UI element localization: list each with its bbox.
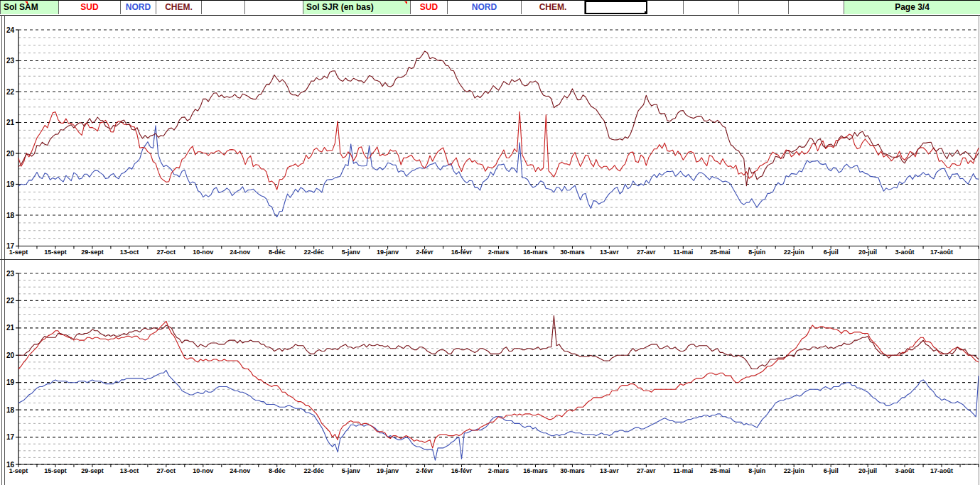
svg-text:18: 18 — [6, 406, 15, 414]
svg-text:8-déc: 8-déc — [269, 249, 286, 256]
series-line-sud — [18, 111, 979, 190]
svg-text:27-oct: 27-oct — [157, 249, 176, 256]
series-line-nord — [18, 126, 979, 217]
cell-sjr-nord[interactable]: NORD — [448, 1, 522, 14]
svg-text:11-mai: 11-mai — [673, 467, 693, 474]
svg-text:27-avr: 27-avr — [637, 467, 656, 474]
cell-page-number[interactable]: Page 3/4 — [844, 1, 980, 14]
svg-text:22: 22 — [6, 88, 15, 96]
svg-text:17: 17 — [6, 433, 15, 441]
svg-text:24: 24 — [6, 26, 15, 34]
cell-sjr-sud[interactable]: SUD — [411, 1, 448, 14]
svg-text:17-août: 17-août — [930, 249, 953, 256]
svg-text:15-sept: 15-sept — [44, 249, 67, 256]
svg-text:5-janv: 5-janv — [342, 467, 360, 474]
cell-empty-2[interactable] — [245, 1, 303, 14]
cell-sam-sud[interactable]: SUD — [59, 1, 121, 14]
cell-empty-3[interactable] — [647, 1, 684, 14]
y-tick-labels: 2423222120191817 — [6, 26, 18, 251]
cell-sjr-chem[interactable]: CHEM. — [522, 1, 585, 14]
svg-text:18: 18 — [6, 212, 15, 219]
header-row: Sol SAM SUD NORD CHEM. Sol SJR (en bas) … — [0, 1, 980, 16]
sam-title-label: Sol SAM — [4, 2, 38, 12]
chart-sol-sam[interactable]: 24232221201918171-sept15-sept29-sept13-o… — [6, 26, 979, 256]
svg-text:8-déc: 8-déc — [269, 467, 286, 474]
svg-text:24-nov: 24-nov — [230, 249, 250, 256]
svg-text:20: 20 — [6, 150, 15, 158]
x-tick-labels: 1-sept15-sept29-sept13-oct27-oct10-nov24… — [9, 464, 979, 474]
svg-text:2-févr: 2-févr — [416, 249, 434, 256]
sud-legend-label: SUD — [420, 2, 438, 12]
svg-text:24-nov: 24-nov — [230, 467, 250, 474]
minor-gridlines — [18, 38, 979, 239]
svg-text:13-avr: 13-avr — [600, 467, 619, 474]
svg-text:30-mars: 30-mars — [560, 249, 585, 256]
cell-sam-title[interactable]: Sol SAM — [0, 1, 59, 14]
svg-text:16-mars: 16-mars — [523, 467, 548, 474]
svg-text:22-juin: 22-juin — [784, 249, 804, 256]
svg-text:29-sept: 29-sept — [81, 249, 104, 256]
svg-text:6-juil: 6-juil — [824, 467, 839, 474]
nord-legend-label: NORD — [126, 2, 151, 12]
svg-text:27-avr: 27-avr — [637, 249, 656, 256]
svg-text:25-mai: 25-mai — [710, 467, 731, 474]
chem-legend-label: CHEM. — [539, 2, 567, 12]
svg-text:8-juin: 8-juin — [748, 249, 765, 256]
svg-text:8-juin: 8-juin — [748, 467, 765, 474]
svg-text:22-déc: 22-déc — [303, 249, 324, 256]
svg-text:2-févr: 2-févr — [416, 467, 434, 474]
svg-text:30-mars: 30-mars — [560, 467, 585, 474]
cell-empty-5[interactable] — [739, 1, 789, 14]
comment-marker-icon — [404, 1, 407, 4]
svg-text:13-avr: 13-avr — [600, 249, 619, 256]
svg-text:5-janv: 5-janv — [342, 249, 360, 256]
cell-sjr-title[interactable]: Sol SJR (en bas) — [303, 1, 411, 14]
svg-text:15-sept: 15-sept — [44, 467, 67, 474]
comment-marker-icon — [25, 1, 28, 4]
svg-text:16-févr: 16-févr — [451, 467, 473, 474]
y-tick-labels: 2322212019181716 — [6, 270, 18, 469]
svg-text:20: 20 — [6, 352, 15, 359]
x-tick-labels: 1-sept15-sept29-sept13-oct27-oct10-nov24… — [9, 246, 979, 256]
svg-text:16-févr: 16-févr — [451, 249, 473, 256]
svg-text:20-juil: 20-juil — [858, 249, 877, 256]
svg-text:2-mars: 2-mars — [488, 249, 510, 256]
svg-text:22-juin: 22-juin — [784, 467, 804, 474]
svg-text:6-juil: 6-juil — [824, 249, 839, 256]
svg-text:3-août: 3-août — [895, 249, 915, 256]
svg-text:22: 22 — [6, 297, 15, 305]
cell-empty-4[interactable] — [684, 1, 739, 14]
svg-text:21: 21 — [6, 119, 15, 126]
svg-text:29-sept: 29-sept — [81, 467, 104, 474]
svg-text:16-mars: 16-mars — [523, 249, 548, 256]
nord-legend-label: NORD — [472, 2, 497, 12]
svg-text:13-oct: 13-oct — [120, 249, 139, 256]
sud-legend-label: SUD — [80, 2, 98, 12]
svg-text:1-sept: 1-sept — [9, 249, 28, 256]
series-line-nord — [18, 370, 979, 460]
chart-sol-sjr[interactable]: 23222120191817161-sept15-sept29-sept13-o… — [6, 270, 979, 475]
sjr-title-label: Sol SJR (en bas) — [306, 2, 374, 12]
series-line-chem — [18, 316, 979, 369]
svg-text:2-mars: 2-mars — [488, 467, 510, 474]
charts-canvas[interactable]: 24232221201918171-sept15-sept29-sept13-o… — [0, 15, 980, 485]
svg-text:22-déc: 22-déc — [303, 467, 324, 474]
series-line-sud — [18, 321, 979, 448]
svg-text:21: 21 — [6, 324, 15, 332]
svg-text:11-mai: 11-mai — [673, 249, 693, 256]
worksheet-page: Sol SAM SUD NORD CHEM. Sol SJR (en bas) … — [0, 0, 980, 485]
svg-text:10-nov: 10-nov — [193, 249, 213, 256]
svg-text:27-oct: 27-oct — [157, 467, 176, 474]
svg-text:17-août: 17-août — [930, 467, 953, 474]
chem-legend-label: CHEM. — [165, 2, 193, 12]
cell-sam-chem[interactable]: CHEM. — [156, 1, 202, 14]
cell-sam-nord[interactable]: NORD — [121, 1, 156, 14]
selected-cell[interactable] — [585, 1, 647, 14]
svg-text:25-mai: 25-mai — [710, 249, 731, 256]
cell-empty-6[interactable] — [789, 1, 844, 14]
svg-text:19: 19 — [6, 378, 15, 386]
cell-empty-1[interactable] — [202, 1, 245, 14]
svg-text:19: 19 — [6, 180, 15, 188]
svg-text:23: 23 — [6, 270, 15, 278]
svg-text:20-juil: 20-juil — [858, 467, 877, 474]
